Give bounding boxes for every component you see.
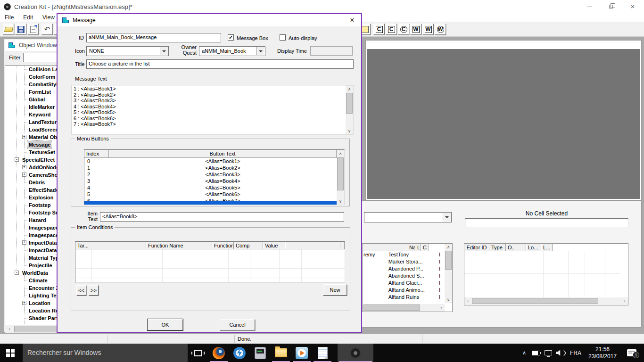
cell-list-vscrollbar[interactable]: ∧ ∨ [445,244,452,303]
column-header[interactable]: Tar... [75,242,146,249]
cell-row[interactable]: remy TestTony I [363,251,445,258]
action-center-button[interactable]: 1 [623,344,640,362]
column-header[interactable]: O.. [506,244,526,251]
auto-display-checkbox[interactable] [280,34,286,41]
dialog-titlebar[interactable]: Message × [58,14,361,26]
scroll-down-icon[interactable]: ∨ [337,197,344,205]
column-header[interactable]: Lo... [526,244,541,251]
marker-toggle-button[interactable]: W [435,24,446,35]
column-header[interactable]: Function Info [212,242,234,249]
combo-drop-button[interactable] [256,47,264,55]
item-text-input[interactable]: <Alias=Book8> [100,212,344,222]
open-button[interactable] [3,24,14,35]
tree-expander[interactable]: - [15,271,19,275]
combo-drop-button[interactable] [160,47,168,55]
render-viewport[interactable] [367,49,640,199]
taskbar-search[interactable]: Rechercher sur Windows [23,344,188,362]
column-header[interactable] [363,244,407,251]
ok-button[interactable]: OK [148,319,183,330]
tray-battery[interactable] [530,344,542,362]
tray-expand-button[interactable]: ∧ [519,344,530,362]
column-header[interactable]: C [421,244,429,251]
selected-row-partial[interactable] [84,201,337,205]
marker-toggle-button[interactable]: W [422,24,434,35]
message-text-area[interactable]: 1 : <Alias=Book1>2 : <Alias=Book2>3 : <A… [72,85,354,135]
close-button[interactable]: × [622,0,644,13]
marker-toggle-button[interactable]: C [386,24,397,35]
title-input[interactable]: Choose a picture in the list [86,59,354,69]
menu-button-row[interactable]: 4 <Alias=Book5> [84,184,337,191]
scroll-down-icon[interactable]: ∨ [346,127,353,134]
worldspace-combo[interactable] [364,212,452,222]
cell-row[interactable]: Alftand Animo... I [363,287,445,294]
tree-expander[interactable]: + [22,135,26,139]
tree-expander[interactable]: + [22,165,26,169]
menu-item[interactable]: View [38,13,59,21]
column-header[interactable]: Type [489,244,506,251]
taskbar-file-explorer[interactable] [271,344,291,362]
marker-toggle-button[interactable]: C [398,24,409,35]
column-header[interactable]: L. [415,244,421,251]
scroll-thumb[interactable] [472,298,598,304]
cell-row[interactable]: Marker Stora... I [363,258,445,265]
tray-network[interactable] [542,344,554,362]
scroll-down-icon[interactable]: ∨ [445,296,452,303]
taskbar-media-player[interactable] [291,344,312,362]
tray-volume[interactable] [554,344,567,362]
scroll-up-icon[interactable]: ∧ [337,150,344,157]
new-condition-button[interactable]: New [323,284,347,296]
cell-row[interactable]: Alftand Ruins I [363,294,445,301]
menu-button-row[interactable]: 3 <Alias=Book4> [84,178,337,184]
tray-clock[interactable]: 21:56 23/08/2017 [584,344,621,362]
column-header[interactable] [285,242,340,249]
scroll-left-icon[interactable]: ‹ [464,297,471,304]
combo-drop-button[interactable] [443,213,451,222]
restore-button[interactable] [600,0,622,13]
scroll-right-icon[interactable]: › [438,304,445,311]
dialog-close-button[interactable]: × [348,16,356,25]
scroll-left-icon[interactable]: ‹ [6,325,13,333]
minimize-button[interactable] [578,0,600,13]
tree-expander[interactable]: + [22,301,26,305]
cancel-button[interactable]: Cancel [220,319,255,330]
marker-toggle-button[interactable]: C [373,24,385,35]
icon-combo[interactable]: NONE [86,46,169,56]
id-input[interactable]: aNMM_Main_Book_Message [86,33,221,42]
display-time-input[interactable] [310,46,353,56]
next-condition-button[interactable]: >> [89,285,99,296]
save-button[interactable] [15,24,26,35]
tree-expander[interactable]: + [22,240,26,245]
scroll-thumb[interactable] [337,157,344,190]
scroll-up-icon[interactable]: ∧ [445,244,452,250]
column-header[interactable]: Comp [234,242,263,249]
marker-toggle-button[interactable]: W [410,24,421,35]
column-header-button-text[interactable]: Button Text [109,150,337,158]
scroll-right-icon[interactable]: › [621,297,628,304]
column-header[interactable]: Editor ID [464,244,489,251]
tray-language[interactable]: FRA [568,344,584,362]
cell-row[interactable]: Abandoned P... I [363,265,445,272]
column-header[interactable]: L... [541,244,553,251]
taskbar-creation-kit-active[interactable] [338,344,373,362]
column-header[interactable]: Function Name [146,242,212,249]
menu-item[interactable]: File [0,13,18,21]
undo-button[interactable]: ↶ [41,24,53,35]
taskbar-daemon-tools[interactable] [229,344,250,362]
tree-expander[interactable]: + [22,173,26,177]
menu-button-row[interactable]: 2 <Alias=Book3> [84,171,337,178]
owner-quest-combo[interactable]: aNMM_Main_Book [199,46,265,56]
column-header-index[interactable]: Index [84,150,109,158]
cell-list-hscrollbar[interactable]: › [363,304,445,312]
start-button[interactable] [0,344,21,362]
cell-search-input[interactable] [465,218,628,227]
scroll-thumb[interactable] [363,304,420,311]
scroll-thumb[interactable] [346,93,353,114]
taskbar-firefox[interactable] [208,344,229,362]
menu-item[interactable]: Edit [18,13,38,21]
object-list-hscrollbar[interactable]: ‹ › [464,297,628,305]
cell-row[interactable]: Alftand Glaci... I [363,280,445,287]
scroll-thumb[interactable] [14,326,58,332]
message-box-checkbox[interactable]: ✓ [228,34,234,41]
tree-expander[interactable]: - [15,157,19,162]
message-vscrollbar[interactable]: ∧ ∨ [346,85,353,134]
